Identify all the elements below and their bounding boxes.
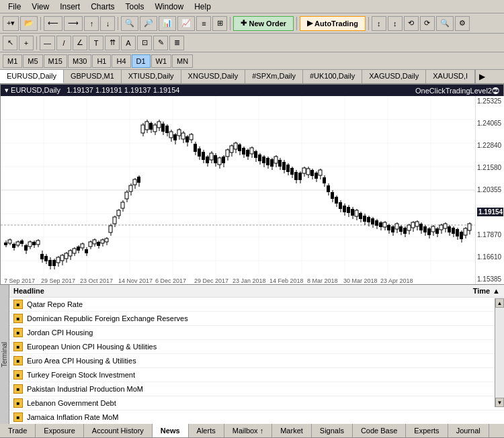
toolbar-extra3[interactable]: ⟲ — [404, 16, 419, 31]
tab-codebase[interactable]: Code Base — [353, 424, 406, 437]
menu-file[interactable]: File — [3, 1, 26, 13]
draw-shapes[interactable]: A — [121, 36, 136, 50]
new-order-icon: ✚ — [241, 19, 247, 28]
tf-h4[interactable]: H4 — [112, 54, 130, 68]
draw-trend[interactable]: ∠ — [73, 36, 87, 50]
tab-trade[interactable]: Trade — [0, 424, 36, 437]
chart-tabs-scroll[interactable]: ▶ — [475, 70, 489, 83]
price-label-2: 1.24065 — [477, 120, 503, 127]
toolbar-extra4[interactable]: ⟳ — [420, 16, 435, 31]
tf-m1[interactable]: M1 — [3, 54, 22, 68]
menu-help[interactable]: Help — [189, 1, 216, 13]
news-item-7[interactable]: ■ Lebanon Government Debt — [9, 396, 504, 410]
svg-rect-177 — [323, 177, 326, 183]
toolbar-prop[interactable]: ≡ — [196, 16, 211, 31]
news-item-3[interactable]: ■ European Union CPI Housing & Utilities — [9, 340, 504, 354]
tab-journal[interactable]: Journal — [448, 424, 489, 437]
toolbar-back[interactable]: ⟵ — [44, 16, 62, 31]
new-order-button[interactable]: ✚ New Order — [233, 16, 294, 31]
menu-charts[interactable]: Charts — [85, 1, 120, 13]
svg-rect-31 — [28, 242, 32, 247]
scroll-down-btn[interactable]: ▼ — [495, 398, 504, 407]
tab-experts[interactable]: Experts — [406, 424, 448, 437]
tf-w1[interactable]: W1 — [151, 54, 172, 68]
toolbar-zoom-in[interactable]: 🔍 — [121, 16, 138, 31]
draw-fib[interactable]: ⊡ — [137, 36, 152, 50]
news-item-8[interactable]: ■ Jamaica Inflation Rate MoM — [9, 410, 504, 425]
tab-xagusd-daily[interactable]: XAGUSD,Daily — [362, 70, 426, 83]
news-item-0[interactable]: ■ Qatar Repo Rate — [9, 298, 504, 312]
svg-rect-25 — [16, 242, 19, 245]
news-column-header: Headline Time ▲ — [9, 285, 504, 298]
menu-tools[interactable]: Tools — [120, 1, 150, 13]
draw-period[interactable]: ≣ — [169, 36, 184, 50]
toolbar-forward[interactable]: ⟶ — [64, 16, 83, 31]
autotrading-button[interactable]: ▶ AutoTrading — [300, 16, 366, 31]
tab-xngusd-daily[interactable]: XNGUSD,Daily — [181, 70, 246, 83]
draw-cursor2[interactable]: ✎ — [153, 36, 168, 50]
svg-rect-189 — [347, 207, 350, 213]
menu-window[interactable]: Window — [150, 1, 190, 13]
toolbar-open[interactable]: 📂 — [20, 16, 38, 31]
draw-text[interactable]: T — [89, 36, 103, 50]
scroll-up-arrow[interactable]: ▲ — [493, 287, 500, 295]
price-label-5: 1.20355 — [477, 186, 503, 193]
tab-xauusd[interactable]: XAUUSD,I — [426, 70, 475, 83]
tf-m15[interactable]: M15 — [44, 54, 67, 68]
svg-rect-249 — [468, 224, 471, 230]
news-item-2[interactable]: ■ Jordan CPI Housing — [9, 326, 504, 340]
draw-cross[interactable]: + — [19, 36, 34, 50]
svg-rect-107 — [181, 133, 185, 139]
tab-gbpusd-m1[interactable]: GBPUSD,M1 — [64, 70, 122, 83]
draw-vline[interactable]: / — [56, 36, 71, 50]
toolbar-drawing: ↖ + — / ∠ T ⇈ A ⊡ ✎ ≣ — [0, 34, 504, 52]
news-item-1[interactable]: ■ Dominican Republic Foreign Exchange Re… — [9, 312, 504, 326]
tab-exposure[interactable]: Exposure — [36, 424, 83, 437]
toolbar-search[interactable]: ⚙ — [455, 16, 470, 31]
news-item-4[interactable]: ■ Euro Area CPI Housing & Utilities — [9, 354, 504, 368]
draw-arrow[interactable]: ⇈ — [105, 36, 120, 50]
toolbar-extra5[interactable]: 🔍 — [436, 16, 454, 31]
svg-rect-133 — [234, 143, 237, 149]
menu-view[interactable]: View — [26, 1, 54, 13]
svg-rect-37 — [40, 254, 44, 259]
tf-m30[interactable]: M30 — [68, 54, 91, 68]
tab-news[interactable]: News — [153, 424, 189, 437]
tf-d1[interactable]: D1 — [132, 54, 151, 68]
tf-mn[interactable]: MN — [172, 54, 193, 68]
tab-spxm-daily[interactable]: #SPXm,Daily — [245, 70, 303, 83]
chart-indicator: OneClickTradingLevel2⓶ — [415, 87, 499, 95]
tf-h1[interactable]: H1 — [92, 54, 111, 68]
tab-mailbox[interactable]: Mailbox ↑ — [224, 424, 272, 437]
scroll-up-btn[interactable]: ▲ — [495, 298, 504, 308]
menu-insert[interactable]: Insert — [54, 1, 85, 13]
tf-m5[interactable]: M5 — [23, 54, 42, 68]
svg-rect-139 — [246, 150, 249, 157]
chart-header: ▾ EURUSD,Daily 1.19137 1.19191 1.19137 1… — [1, 85, 503, 96]
toolbar-down[interactable]: ↓ — [100, 16, 115, 31]
toolbar-extra1[interactable]: ↕ — [372, 16, 386, 31]
svg-rect-183 — [335, 197, 338, 204]
draw-cursor[interactable]: ↖ — [3, 36, 17, 50]
tab-alerts[interactable]: Alerts — [189, 424, 224, 437]
tab-eurusd-daily[interactable]: EURUSD,Daily — [0, 70, 64, 83]
toolbar-tmpl[interactable]: ⊞ — [212, 16, 227, 31]
toolbar-chart2[interactable]: 📈 — [177, 16, 195, 31]
draw-hline[interactable]: — — [40, 36, 55, 50]
toolbar-extra2[interactable]: ↕ — [388, 16, 403, 31]
chart-body[interactable]: 7 Sep 2017 29 Sep 2017 23 Oct 2017 14 No… — [1, 96, 503, 284]
toolbar-chart[interactable]: 📊 — [159, 16, 176, 31]
tab-signals[interactable]: Signals — [312, 424, 353, 437]
svg-rect-163 — [294, 172, 298, 180]
news-item-5[interactable]: ■ Turkey Foreign Stock Investment — [9, 368, 504, 382]
toolbar-new[interactable]: +▾ — [3, 16, 19, 31]
toolbar-zoom-out[interactable]: 🔎 — [140, 16, 157, 31]
tab-xtiusd-daily[interactable]: XTIUSD,Daily — [122, 70, 181, 83]
svg-rect-109 — [185, 136, 189, 142]
tab-account-history[interactable]: Account History — [84, 424, 153, 437]
news-item-6[interactable]: ■ Pakistan Industrial Production MoM — [9, 382, 504, 396]
news-title-3: European Union CPI Housing & Utilities — [27, 343, 157, 351]
toolbar-up[interactable]: ↑ — [84, 16, 99, 31]
tab-market[interactable]: Market — [272, 424, 312, 437]
tab-uk100-daily[interactable]: #UK100,Daily — [303, 70, 362, 83]
